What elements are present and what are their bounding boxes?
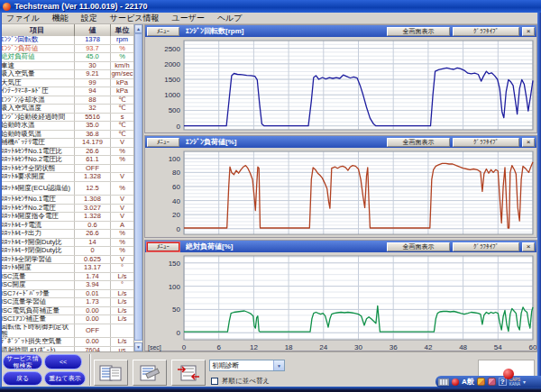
load-graphtype-button[interactable]: ｸﾞﾗﾌﾀｲﾌﾟ (453, 138, 519, 147)
table-row[interactable]: ISC開度3.94° (0, 281, 134, 290)
svg-text:30: 30 (354, 343, 362, 351)
table-row[interactable]: 回転低下時制御判定状態OFF (0, 324, 134, 339)
table-row[interactable]: ｽﾛｯﾄﾙﾓｰﾀ電流0.6A (0, 222, 134, 231)
table-row[interactable]: ｽﾛｯﾄﾙ開度指令電圧1.328V (0, 213, 134, 222)
table-row[interactable]: ISC流量1.74L/s (0, 273, 134, 282)
table-row[interactable]: ISCﾌｨｰﾄﾞﾊﾞｯｸ量0.01L/s (0, 290, 134, 299)
table-row[interactable]: ｽﾛｯﾄﾙﾓｰﾀ閉側Duty比0% (0, 247, 134, 256)
table-cell-val: 88 (75, 96, 111, 105)
kana-indicator[interactable]: KANA (509, 382, 520, 387)
table-cell-val: 1.73 (75, 298, 111, 306)
graphs-panel: ﾒﾆｭｰ ｴﾝｼﾞﾝ回転数[rpm] 全画面表示 ｸﾞﾗﾌﾀｲﾌﾟ × 0500… (144, 24, 537, 351)
table-row[interactable]: 吸入空気温度32℃ (0, 105, 134, 114)
column-header-value[interactable]: 値 (75, 24, 111, 36)
ime-chevron-icon[interactable]: ▾ (523, 378, 526, 385)
load-menu-button[interactable]: ﾒﾆｭｰ (147, 138, 179, 147)
table-row[interactable]: ｽﾛｯﾄﾙｾﾝｻNo.2電圧3.027V (0, 205, 134, 214)
absolute-load-menu-button[interactable]: ﾒﾆｭｰ (147, 242, 179, 251)
title-bar[interactable]: Techstream (Ver 11.00.019) - 22170 (0, 0, 541, 13)
table-cell-unit: ℃ (111, 131, 134, 139)
menu-item-user[interactable]: ユーザー (171, 13, 204, 24)
ime-status-ball-icon[interactable] (452, 378, 459, 386)
menu-item-function[interactable]: 機能 (52, 13, 69, 24)
absolute-load-graph-panel: ﾒﾆｭｰ 絶対負荷値[%] 全画面表示 ｸﾞﾗﾌﾀｲﾌﾟ × 050100150… (144, 240, 537, 351)
table-row[interactable]: 絶対負荷値45.0% (0, 53, 134, 62)
column-header-unit[interactable]: 単位 (111, 24, 134, 36)
diagnosis-mode-dropdown[interactable]: 初期診断 ▼ (209, 360, 285, 371)
table-cell-item: 吸入空気温度 (0, 105, 75, 113)
rpm-close-icon[interactable]: × (522, 27, 535, 36)
svg-text:0: 0 (182, 343, 187, 351)
table-row[interactable]: 始動時水温35.0℃ (0, 122, 134, 131)
table-row[interactable]: ｴﾝｼﾞﾝ回転数1378rpm (0, 36, 134, 45)
table-row[interactable]: ｽﾛｯﾄﾙｾﾝｻNo.1電圧1.308V (0, 196, 134, 205)
table-row[interactable]: ｽﾛｯﾄﾙ開度13.17° (0, 264, 134, 273)
table-row[interactable]: ｽﾛｯﾄﾙｾﾝｻ全閉状態OFF (0, 165, 134, 174)
table-row[interactable]: ｴﾝｼﾞﾝ冷却水温88℃ (0, 96, 134, 105)
ime-language-bar[interactable]: A般 ? CAPS KANA ▾ (436, 376, 541, 387)
menu-item-service-info[interactable]: サービス情報 (110, 13, 160, 24)
table-row[interactable]: ｴﾝｼﾞﾝ始動後経過時間5516s (0, 114, 134, 123)
table-row[interactable]: 始動時吸気温36.8℃ (0, 131, 134, 140)
dropdown-arrow-icon[interactable]: ▼ (273, 360, 284, 370)
load-close-icon[interactable]: × (522, 138, 535, 147)
scroll-down-icon[interactable]: ▼ (134, 342, 142, 351)
table-row[interactable]: ISCｴｱｺﾝ補正量0.00L/s (0, 315, 134, 324)
data-list-button[interactable] (94, 360, 128, 386)
menu-item-file[interactable]: ファイル (6, 13, 40, 24)
table-scrollbar[interactable]: ▲ ▼ (133, 24, 142, 351)
table-row[interactable]: 車速30km/h (0, 62, 134, 71)
absolute-load-fullscreen-button[interactable]: 全画面表示 (387, 242, 450, 251)
record-arrows-icon (177, 364, 200, 382)
table-cell-item: ｽﾛｯﾄﾙ開度 (0, 264, 75, 272)
rpm-menu-button[interactable]: ﾒﾆｭｰ (147, 27, 179, 36)
load-fullscreen-button[interactable]: 全画面表示 (387, 138, 450, 147)
overlay-display-button[interactable]: 重ねて表示 (44, 371, 86, 386)
scrollbar-thumb[interactable] (134, 33, 142, 341)
table-cell-unit: ℃ (111, 122, 134, 130)
rpm-fullscreen-button[interactable]: 全画面表示 (387, 27, 450, 36)
table-cell-val: 35.0 (75, 122, 111, 130)
svg-text:60: 60 (172, 183, 180, 191)
table-row[interactable]: 吸入空気量9.21gm/sec (0, 70, 134, 79)
record-arrows-button[interactable] (171, 360, 206, 386)
table-row[interactable]: ｽﾛｯﾄﾙｾﾝｻNo.2電圧比61.1% (0, 156, 134, 165)
table-row[interactable]: 大気圧99kPa (0, 79, 134, 88)
table-row[interactable]: ISC電気負荷補正量0.00L/s (0, 307, 134, 316)
rpm-graphtype-button[interactable]: ｸﾞﾗﾌﾀｲﾌﾟ (453, 27, 519, 36)
table-row[interactable]: ｽﾛｯﾄﾙ全閉学習値0.625V (0, 256, 134, 265)
table-row[interactable]: ｽﾛｯﾄﾙｾﾝｻNo.1電圧比26.6% (0, 148, 134, 157)
menu-item-settings[interactable]: 設定 (81, 13, 97, 24)
table-row[interactable]: ﾃﾞﾎﾟｼﾞｯﾄ損失空気量0.00L/s (0, 338, 134, 347)
table-row[interactable]: 補機ﾊﾞｯﾃﾘ電圧14.179V (0, 139, 134, 148)
table-row[interactable]: ISC流量学習値1.73L/s (0, 298, 134, 307)
table-row[interactable]: ｽﾛｯﾄﾙ要求開度1.328V (0, 173, 134, 182)
sort-ascending-checkbox[interactable] (211, 378, 218, 385)
svg-text:12: 12 (250, 343, 258, 351)
absolute-load-graphtype-button[interactable]: ｸﾞﾗﾌﾀｲﾌﾟ (453, 242, 519, 251)
table-row[interactable]: ｽﾛｯﾄﾙﾓｰﾀ出力26.6% (0, 230, 134, 239)
table-cell-val: OFF (75, 165, 111, 173)
ime-pad-icon[interactable] (477, 378, 485, 386)
table-cell-unit: ° (111, 281, 134, 289)
table-row[interactable]: ｽﾛｯﾄﾙ開度(ECU認識値)12.5% (0, 182, 134, 196)
table-row[interactable]: ｲﾝﾃｰｸﾏﾆﾎｰﾙﾄﾞ圧94kPa (0, 87, 134, 96)
svg-text:500: 500 (169, 106, 181, 114)
pencil-list-button[interactable] (133, 360, 167, 386)
ime-mode-label[interactable]: A般 (462, 377, 474, 387)
menu-item-help[interactable]: ヘルプ (217, 13, 243, 24)
back-double-button[interactable]: << (44, 354, 82, 369)
table-row[interactable]: ｴﾝｼﾞﾝ負荷値93.7% (0, 45, 134, 54)
service-info-search-button[interactable]: サービス情報検索 (3, 354, 42, 369)
table-row[interactable]: ｽﾛｯﾄﾙﾓｰﾀ開側Duty比14% (0, 239, 134, 248)
table-cell-unit: gm/sec (111, 70, 134, 78)
return-button[interactable]: 戻る (3, 371, 42, 386)
absolute-load-close-icon[interactable]: × (522, 242, 535, 251)
ime-tools-icon[interactable] (488, 378, 496, 386)
column-header-item[interactable]: 項目 (0, 24, 75, 36)
keyboard-icon[interactable] (438, 378, 449, 386)
table-cell-unit: L/s (111, 338, 134, 346)
scroll-up-icon[interactable]: ▲ (134, 24, 142, 33)
window-left-border (0, 13, 2, 387)
table-cell-item: ｽﾛｯﾄﾙﾓｰﾀ電流 (0, 222, 75, 230)
